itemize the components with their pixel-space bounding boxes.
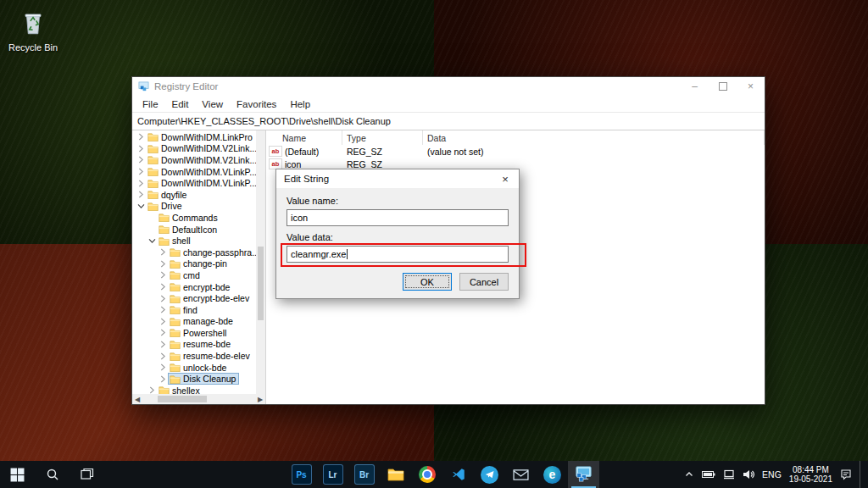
menu-help[interactable]: Help: [283, 99, 317, 109]
tree-node[interactable]: DownlWithIDM.VLinkP...: [146, 166, 256, 178]
tree-item-resume-bde[interactable]: resume-bde: [132, 339, 256, 351]
column-header-data[interactable]: Data: [423, 130, 765, 145]
value-row-default[interactable]: ab(Default)REG_SZ(value not set): [266, 145, 765, 158]
tree-node[interactable]: DownlWithIDM.V2Link...: [146, 142, 256, 154]
maximize-button[interactable]: [709, 77, 737, 96]
tree-node[interactable]: DownlWithIDM.VLinkP...: [146, 177, 256, 189]
tree-node[interactable]: DownlWithIDM.V2Link...: [146, 154, 256, 166]
taskbar-app-lightroom[interactable]: Lr: [317, 461, 348, 488]
tree-item-shellex[interactable]: shellex: [132, 385, 256, 394]
taskbar-app-file-explorer[interactable]: [380, 461, 411, 488]
tree-item-cmd[interactable]: cmd: [132, 269, 256, 281]
cancel-button[interactable]: Cancel: [459, 273, 509, 291]
expand-icon[interactable]: [159, 318, 168, 325]
taskbar-app-photoshop[interactable]: Ps: [286, 461, 317, 488]
tree-item-encrypt-bde-elev[interactable]: encrypt-bde-elev: [132, 292, 256, 304]
tree-node[interactable]: cmd: [168, 269, 203, 281]
expand-icon[interactable]: [136, 145, 146, 152]
hidden-icons-chevron-icon[interactable]: [684, 469, 694, 480]
column-header-type[interactable]: Type: [342, 130, 423, 145]
expand-icon[interactable]: [136, 191, 146, 198]
battery-icon[interactable]: [702, 470, 715, 479]
expand-icon[interactable]: [159, 260, 168, 268]
close-button[interactable]: ×: [737, 77, 765, 96]
taskbar-app-chrome[interactable]: [411, 461, 442, 488]
expand-icon[interactable]: [159, 341, 168, 348]
minimize-button[interactable]: –: [681, 77, 709, 96]
tree-node[interactable]: encrypt-bde: [168, 281, 233, 293]
tree-item-drive[interactable]: Drive: [132, 201, 256, 213]
menu-view[interactable]: View: [195, 99, 230, 109]
tree-item-change-pin[interactable]: change-pin: [132, 258, 256, 270]
tree-item-find[interactable]: find: [132, 304, 256, 316]
window-titlebar[interactable]: Registry Editor – ×: [132, 77, 765, 96]
start-button[interactable]: [0, 461, 35, 488]
tree-node[interactable]: unlock-bde: [168, 362, 230, 374]
search-button[interactable]: [35, 461, 70, 488]
tree-node[interactable]: DefaultIcon: [157, 224, 220, 236]
tree-node[interactable]: resume-bde: [168, 338, 234, 350]
tree-node[interactable]: change-passphra...: [168, 247, 256, 258]
scroll-left-arrow-icon[interactable]: ◀: [132, 394, 142, 404]
expand-icon[interactable]: [159, 283, 168, 291]
clock[interactable]: 08:44 PM 19-05-2021: [789, 465, 832, 484]
expand-icon[interactable]: [159, 271, 168, 279]
expand-icon[interactable]: [159, 352, 168, 360]
taskbar-app-edge[interactable]: e: [537, 461, 568, 488]
tree-node[interactable]: DownlWithIDM.LinkPro: [146, 131, 256, 143]
tree-item-commands[interactable]: Commands: [132, 212, 256, 224]
tree-node[interactable]: resume-bde-elev: [168, 350, 253, 362]
tree-item-defaulticon[interactable]: DefaultIcon: [132, 224, 256, 236]
ok-button[interactable]: OK: [403, 273, 452, 291]
expand-icon[interactable]: [159, 295, 168, 302]
value-data-input[interactable]: cleanmgr.exe: [287, 246, 509, 263]
tree-node[interactable]: shell: [157, 235, 194, 247]
menu-file[interactable]: File: [136, 99, 165, 109]
tree-node[interactable]: shellex: [157, 385, 203, 394]
tree-node[interactable]: find: [168, 304, 201, 316]
tree-node[interactable]: dqyfile: [146, 189, 190, 201]
taskbar-app-mail[interactable]: [505, 461, 537, 488]
tree-item-disk-cleanup[interactable]: Disk Cleanup: [132, 373, 256, 385]
scrollbar-thumb[interactable]: [158, 396, 207, 402]
tree-node[interactable]: change-pin: [168, 258, 231, 269]
recycle-bin[interactable]: Recycle Bin: [5, 8, 61, 53]
tree-item-downlwithidm-v2link[interactable]: DownlWithIDM.V2Link...: [132, 143, 256, 155]
scrollbar-thumb[interactable]: [258, 247, 264, 320]
collapse-icon[interactable]: [136, 203, 146, 209]
show-desktop-button[interactable]: [860, 461, 865, 488]
expand-icon[interactable]: [159, 329, 168, 336]
tree-node[interactable]: encrypt-bde-elev: [168, 292, 253, 304]
expand-icon[interactable]: [136, 156, 146, 164]
tree-item-downlwithidm-v2link[interactable]: DownlWithIDM.V2Link...: [132, 154, 256, 166]
tree-node[interactable]: manage-bde: [168, 315, 236, 327]
language-indicator[interactable]: ENG: [762, 469, 782, 480]
tree-item-dqyfile[interactable]: dqyfile: [132, 189, 256, 201]
dialog-close-button[interactable]: ×: [492, 169, 519, 188]
expand-icon[interactable]: [136, 133, 146, 141]
dialog-titlebar[interactable]: Edit String ×: [276, 169, 519, 188]
tree-item-powershell[interactable]: Powershell: [132, 327, 256, 339]
expand-icon[interactable]: [159, 363, 168, 371]
selected-tree-node[interactable]: Disk Cleanup: [168, 373, 239, 385]
tree-item-encrypt-bde[interactable]: encrypt-bde: [132, 281, 256, 293]
expand-icon[interactable]: [159, 306, 168, 313]
taskbar-app-registry-editor[interactable]: [568, 461, 599, 488]
tree-item-downlwithidm-linkpro[interactable]: DownlWithIDM.LinkPro: [132, 131, 256, 143]
tree-node[interactable]: Commands: [157, 212, 221, 224]
volume-icon[interactable]: [743, 469, 754, 480]
action-center-icon[interactable]: [840, 469, 852, 480]
column-header-name[interactable]: Name: [266, 130, 342, 145]
tree-item-resume-bde-elev[interactable]: resume-bde-elev: [132, 350, 256, 362]
taskbar-app-vscode[interactable]: [442, 461, 474, 488]
expand-icon[interactable]: [147, 386, 157, 394]
taskbar-app-bridge[interactable]: Br: [348, 461, 380, 488]
taskbar-app-telegram[interactable]: [474, 461, 505, 488]
tree-item-change-passphra[interactable]: change-passphra...: [132, 247, 256, 258]
network-icon[interactable]: [723, 469, 735, 480]
tree-node[interactable]: Powershell: [168, 327, 230, 339]
task-view-button[interactable]: [70, 461, 104, 488]
expand-icon[interactable]: [159, 248, 168, 256]
tree-vertical-scrollbar[interactable]: [256, 130, 265, 394]
address-bar[interactable]: Computer\HKEY_CLASSES_ROOT\Drive\shell\D…: [132, 113, 765, 130]
